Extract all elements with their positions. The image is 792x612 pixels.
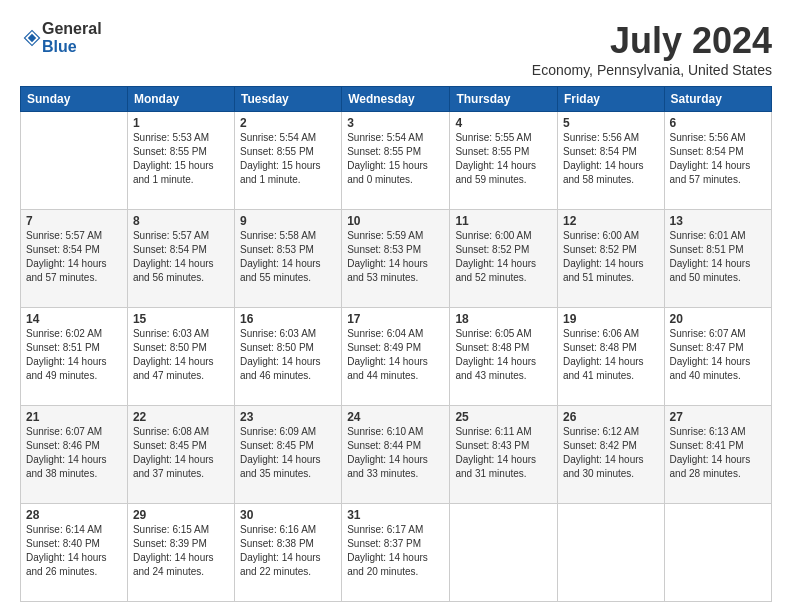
day-number: 28 [26,508,122,522]
day-number: 16 [240,312,336,326]
day-info: Sunrise: 6:03 AMSunset: 8:50 PMDaylight:… [133,327,229,383]
day-info: Sunrise: 6:07 AMSunset: 8:46 PMDaylight:… [26,425,122,481]
day-cell: 16Sunrise: 6:03 AMSunset: 8:50 PMDayligh… [234,308,341,406]
day-cell: 11Sunrise: 6:00 AMSunset: 8:52 PMDayligh… [450,210,558,308]
day-info: Sunrise: 6:05 AMSunset: 8:48 PMDaylight:… [455,327,552,383]
day-number: 20 [670,312,766,326]
day-info: Sunrise: 6:17 AMSunset: 8:37 PMDaylight:… [347,523,444,579]
week-row-4: 21Sunrise: 6:07 AMSunset: 8:46 PMDayligh… [21,406,772,504]
day-cell: 25Sunrise: 6:11 AMSunset: 8:43 PMDayligh… [450,406,558,504]
day-number: 13 [670,214,766,228]
day-cell: 1Sunrise: 5:53 AMSunset: 8:55 PMDaylight… [127,112,234,210]
day-number: 14 [26,312,122,326]
logo-general-text: General [42,20,102,38]
day-cell: 20Sunrise: 6:07 AMSunset: 8:47 PMDayligh… [664,308,771,406]
col-thursday: Thursday [450,87,558,112]
day-cell: 7Sunrise: 5:57 AMSunset: 8:54 PMDaylight… [21,210,128,308]
day-cell: 27Sunrise: 6:13 AMSunset: 8:41 PMDayligh… [664,406,771,504]
day-number: 23 [240,410,336,424]
week-row-2: 7Sunrise: 5:57 AMSunset: 8:54 PMDaylight… [21,210,772,308]
logo-text: General Blue [42,20,102,55]
day-number: 3 [347,116,444,130]
day-cell: 9Sunrise: 5:58 AMSunset: 8:53 PMDaylight… [234,210,341,308]
day-info: Sunrise: 6:15 AMSunset: 8:39 PMDaylight:… [133,523,229,579]
day-cell: 21Sunrise: 6:07 AMSunset: 8:46 PMDayligh… [21,406,128,504]
col-monday: Monday [127,87,234,112]
week-row-1: 1Sunrise: 5:53 AMSunset: 8:55 PMDaylight… [21,112,772,210]
day-number: 11 [455,214,552,228]
day-info: Sunrise: 6:01 AMSunset: 8:51 PMDaylight:… [670,229,766,285]
day-number: 22 [133,410,229,424]
day-info: Sunrise: 6:14 AMSunset: 8:40 PMDaylight:… [26,523,122,579]
calendar-page: General Blue July 2024 Economy, Pennsylv… [0,0,792,612]
col-sunday: Sunday [21,87,128,112]
day-cell [664,504,771,602]
col-tuesday: Tuesday [234,87,341,112]
day-info: Sunrise: 6:07 AMSunset: 8:47 PMDaylight:… [670,327,766,383]
day-cell: 22Sunrise: 6:08 AMSunset: 8:45 PMDayligh… [127,406,234,504]
day-info: Sunrise: 5:56 AMSunset: 8:54 PMDaylight:… [563,131,659,187]
col-saturday: Saturday [664,87,771,112]
day-cell [557,504,664,602]
day-cell [450,504,558,602]
day-number: 9 [240,214,336,228]
day-info: Sunrise: 6:13 AMSunset: 8:41 PMDaylight:… [670,425,766,481]
day-cell: 3Sunrise: 5:54 AMSunset: 8:55 PMDaylight… [342,112,450,210]
day-number: 18 [455,312,552,326]
week-row-5: 28Sunrise: 6:14 AMSunset: 8:40 PMDayligh… [21,504,772,602]
day-info: Sunrise: 6:11 AMSunset: 8:43 PMDaylight:… [455,425,552,481]
day-info: Sunrise: 5:54 AMSunset: 8:55 PMDaylight:… [347,131,444,187]
day-number: 2 [240,116,336,130]
col-friday: Friday [557,87,664,112]
day-info: Sunrise: 6:16 AMSunset: 8:38 PMDaylight:… [240,523,336,579]
week-row-3: 14Sunrise: 6:02 AMSunset: 8:51 PMDayligh… [21,308,772,406]
title-section: July 2024 Economy, Pennsylvania, United … [532,20,772,78]
day-cell: 10Sunrise: 5:59 AMSunset: 8:53 PMDayligh… [342,210,450,308]
month-year: July 2024 [532,20,772,62]
day-number: 8 [133,214,229,228]
day-cell: 23Sunrise: 6:09 AMSunset: 8:45 PMDayligh… [234,406,341,504]
day-info: Sunrise: 6:04 AMSunset: 8:49 PMDaylight:… [347,327,444,383]
day-info: Sunrise: 5:55 AMSunset: 8:55 PMDaylight:… [455,131,552,187]
day-cell: 26Sunrise: 6:12 AMSunset: 8:42 PMDayligh… [557,406,664,504]
day-number: 30 [240,508,336,522]
day-cell: 8Sunrise: 5:57 AMSunset: 8:54 PMDaylight… [127,210,234,308]
day-number: 17 [347,312,444,326]
day-cell: 29Sunrise: 6:15 AMSunset: 8:39 PMDayligh… [127,504,234,602]
day-info: Sunrise: 6:02 AMSunset: 8:51 PMDaylight:… [26,327,122,383]
day-info: Sunrise: 5:53 AMSunset: 8:55 PMDaylight:… [133,131,229,187]
day-number: 5 [563,116,659,130]
day-number: 29 [133,508,229,522]
day-cell: 18Sunrise: 6:05 AMSunset: 8:48 PMDayligh… [450,308,558,406]
day-cell: 13Sunrise: 6:01 AMSunset: 8:51 PMDayligh… [664,210,771,308]
logo-blue-text: Blue [42,38,102,56]
day-info: Sunrise: 6:08 AMSunset: 8:45 PMDaylight:… [133,425,229,481]
header: General Blue July 2024 Economy, Pennsylv… [20,20,772,78]
day-info: Sunrise: 6:09 AMSunset: 8:45 PMDaylight:… [240,425,336,481]
day-cell: 14Sunrise: 6:02 AMSunset: 8:51 PMDayligh… [21,308,128,406]
day-cell: 24Sunrise: 6:10 AMSunset: 8:44 PMDayligh… [342,406,450,504]
day-info: Sunrise: 5:57 AMSunset: 8:54 PMDaylight:… [133,229,229,285]
day-cell: 12Sunrise: 6:00 AMSunset: 8:52 PMDayligh… [557,210,664,308]
day-info: Sunrise: 5:59 AMSunset: 8:53 PMDaylight:… [347,229,444,285]
day-number: 31 [347,508,444,522]
day-number: 7 [26,214,122,228]
day-info: Sunrise: 6:12 AMSunset: 8:42 PMDaylight:… [563,425,659,481]
calendar-header: Sunday Monday Tuesday Wednesday Thursday… [21,87,772,112]
day-number: 26 [563,410,659,424]
day-number: 10 [347,214,444,228]
day-info: Sunrise: 6:10 AMSunset: 8:44 PMDaylight:… [347,425,444,481]
day-cell: 2Sunrise: 5:54 AMSunset: 8:55 PMDaylight… [234,112,341,210]
day-number: 12 [563,214,659,228]
day-cell: 15Sunrise: 6:03 AMSunset: 8:50 PMDayligh… [127,308,234,406]
day-cell: 4Sunrise: 5:55 AMSunset: 8:55 PMDaylight… [450,112,558,210]
day-number: 27 [670,410,766,424]
day-info: Sunrise: 5:58 AMSunset: 8:53 PMDaylight:… [240,229,336,285]
day-info: Sunrise: 6:06 AMSunset: 8:48 PMDaylight:… [563,327,659,383]
day-info: Sunrise: 5:54 AMSunset: 8:55 PMDaylight:… [240,131,336,187]
day-number: 24 [347,410,444,424]
day-number: 15 [133,312,229,326]
logo: General Blue [20,20,102,55]
day-info: Sunrise: 5:56 AMSunset: 8:54 PMDaylight:… [670,131,766,187]
day-info: Sunrise: 6:00 AMSunset: 8:52 PMDaylight:… [455,229,552,285]
